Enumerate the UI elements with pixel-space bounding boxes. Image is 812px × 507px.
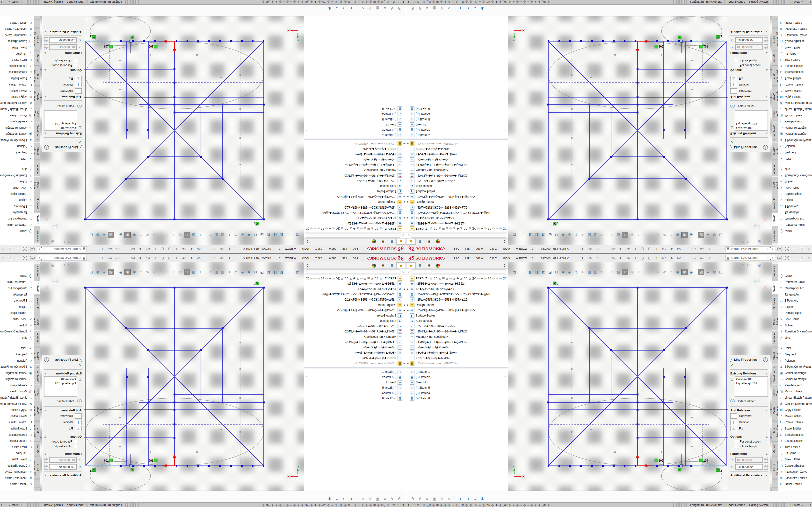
status-custom-dropdown[interactable]: Custom ▲ (788, 503, 806, 507)
spinner-down[interactable]: ▼ (764, 38, 768, 40)
sketch-tree-item[interactable]: ⌐ (-) Sketch1 (406, 132, 508, 138)
menu-item[interactable]: View (473, 255, 486, 261)
menu-item[interactable]: View (473, 246, 486, 252)
sketch-tree-item[interactable]: ⌐ (-) Sketch4 (304, 111, 406, 117)
command-tab[interactable]: Mesh Modeling (34, 400, 40, 421)
tree-item[interactable]: ▶ ↻ ○Ʌ♟◎✚25◦ɔ○◦○ɔ◦52✚◎♟Ʌ○ (304, 286, 406, 292)
status-custom-dropdown[interactable]: Custom ▲ (6, 0, 24, 4)
pin-menu-icon[interactable]: ✶ (531, 256, 534, 260)
tree-item[interactable]: ▱ ○∙◎✚○✳◉ǀ○◦○ǀ◉✳○✚◎∙○ (406, 157, 508, 162)
bottom-toolbar-icon[interactable]: ◑ (464, 496, 471, 502)
sketch-tree-item[interactable]: ⌐ (-) Sketch1 (406, 369, 508, 375)
panel-help-icon[interactable]: ? (44, 357, 49, 362)
section-additional-parameters[interactable]: Additional Parameters ∨ (42, 472, 84, 478)
panel-help-icon[interactable]: ? (44, 145, 49, 150)
command-tab[interactable]: ⋮ (34, 479, 40, 487)
command-tab[interactable]: Weldments (772, 123, 778, 142)
expand-arrow-icon[interactable]: ▶ (406, 143, 410, 145)
command-tab[interactable]: Weldments (772, 365, 778, 384)
panel-help-icon[interactable]: ? (763, 145, 768, 150)
bottom-toolbar-icon[interactable]: ✱ (326, 5, 333, 11)
parameter-input[interactable]: 10.88152731 (49, 45, 77, 50)
relations-listbox[interactable]: Collinear108Equal length109 (44, 110, 77, 131)
bottom-toolbar-icon[interactable]: ≡ (424, 496, 431, 502)
command-tab[interactable]: Data Migration (34, 66, 40, 86)
tool-item[interactable]: ✂ Trim Entities (0, 444, 34, 450)
tool-item[interactable]: ◡ 3 Point Arc (778, 203, 812, 210)
bottom-toolbar-icon[interactable]: ▽ (367, 5, 374, 11)
add-relation-button[interactable]: | Vertical (42, 419, 84, 426)
status-units-icon[interactable]: ❏ (806, 503, 812, 507)
relation-entry[interactable]: Equal length109 (736, 382, 766, 386)
tool-item[interactable]: ∟ Stretch Entities (778, 69, 812, 75)
add-relation-button[interactable]: ⚓ Fix (728, 426, 770, 432)
tool-item[interactable]: ◠ Centerpoint Arc (778, 285, 812, 291)
tool-item[interactable]: ◟ Fit Spline (778, 450, 812, 457)
expand-arrow-icon[interactable]: ▶ (406, 304, 410, 306)
bottom-toolbar-icon[interactable]: ✱ (479, 5, 486, 11)
tool-item[interactable]: ◈ 3 Point Center Recta... (0, 137, 34, 144)
tool-item[interactable]: ∟ Stretch Entities (778, 432, 812, 438)
tab-propertymanager[interactable]: ⊞ (388, 263, 396, 268)
tree-item[interactable]: ▶ A ○25ИN◎◦✚A✚◎ИNA○◦○AИN◎✚A✚◦◎ИN25○ (406, 194, 508, 200)
spinner-up[interactable]: ▲ (764, 40, 768, 43)
bottom-toolbar-icon[interactable]: ◐ (457, 5, 464, 11)
tool-item[interactable]: ↥ Extend Entities (778, 63, 812, 69)
tool-item[interactable]: ⊞ Copy Entities (778, 407, 812, 413)
command-tab[interactable]: Mold Tools (34, 107, 40, 123)
menu-item[interactable]: Edit (339, 255, 350, 261)
tool-item[interactable]: ▱ Parallelogram (0, 119, 34, 125)
tree-item[interactable]: ▱ ○✚ɔ6◦♟○✳◉ǀ○◦○ǀ◉✳○♟◦6ɔ✚○ (304, 350, 406, 355)
bottom-toolbar-icon[interactable]: ◐ (348, 496, 355, 502)
tree-item[interactable]: ◪ Solid Bodies (304, 183, 406, 189)
menu-item[interactable]: Insert (312, 246, 326, 252)
section-additional-parameters[interactable]: Additional Parameters ∨ (728, 29, 770, 35)
section-existing-relations[interactable]: Existing Relations ∧ (728, 131, 770, 136)
tree-item[interactable]: ▶ ↻ ○Ʌ♟◎✚25◦ɔ○◦○ɔ◦52✚◎♟Ʌ○ (406, 286, 508, 292)
tool-item[interactable]: ⊏ Offset Entities (0, 481, 34, 488)
add-relation-button[interactable]: | Vertical (42, 81, 84, 88)
tool-item[interactable]: ↗ Move Entities (778, 88, 812, 94)
tree-item[interactable]: ▶ A ○25ИN◎◦✚A✚◎ИNA○◦○AИN◎✚A✚◦◎ИN25○ (406, 307, 508, 313)
sketch-tree-item[interactable]: ⌐ (-) Sketch5 (304, 385, 406, 390)
parameter-input[interactable]: 10.88152731 (49, 457, 77, 463)
tab-propertymanager[interactable]: ⊞ (388, 239, 396, 244)
spinner-up[interactable]: ▲ (44, 40, 48, 43)
help-icon[interactable]: ? (21, 256, 29, 260)
tree-item[interactable]: ◧ Surface Bodies (406, 189, 508, 194)
bottom-toolbar-icon[interactable]: ✎ (409, 496, 416, 502)
minimize-button[interactable]: — (791, 256, 798, 260)
section-add-relations[interactable]: Add Relations ∧ (728, 94, 770, 100)
menu-item[interactable]: Edit (462, 246, 473, 252)
checkbox[interactable] (74, 440, 77, 443)
bottom-toolbar-icon[interactable]: ▦ (431, 496, 438, 502)
tool-item[interactable]: ▢ Convert Entities (778, 38, 812, 45)
pin-menu-icon[interactable]: ✶ (531, 247, 534, 251)
close-button[interactable]: ✕ (805, 247, 812, 251)
tool-item[interactable]: ∷ Segment (778, 351, 812, 357)
panel-flyout-arrow-icon[interactable]: ❯ (503, 264, 508, 267)
tool-item[interactable]: ≈ Intersection Curve (0, 32, 34, 38)
tree-item[interactable]: ▱ ○✚ИN◎♟∔○✳◉ǀ○◦○ǀ◉✳○∔♟◎ИN✚○ (406, 162, 508, 168)
minimize-button[interactable]: — (791, 247, 798, 251)
tool-item[interactable]: ◯ Circle (0, 273, 34, 279)
filter-input[interactable] (412, 270, 506, 274)
spinner-up[interactable]: ▲ (44, 464, 48, 467)
tree-item[interactable]: ▶ ▆ ○253ЄИNʌ∩∔○◦○∔∩ʌИN3Є52○ (406, 141, 508, 146)
section-parameters[interactable]: Parameters ∧ (42, 451, 84, 456)
tool-item[interactable]: ≋ Silhouette Entities (0, 26, 34, 32)
tool-item[interactable]: ▪ Point (778, 156, 812, 162)
menu-item[interactable]: Insert (486, 246, 500, 252)
tool-item[interactable]: ▱ Parallelogram (778, 119, 812, 125)
relation-entry[interactable]: Collinear108 (736, 125, 766, 130)
tree-item[interactable]: ◪ Solid Bodies (304, 318, 406, 324)
command-tab[interactable]: Markup (772, 441, 778, 456)
tool-item[interactable]: ╱ Line (778, 335, 812, 341)
tab-configurationmanager[interactable]: ⊕ (378, 239, 388, 244)
expand-arrow-icon[interactable]: ▶ (402, 196, 406, 198)
tree-item[interactable]: ▱ ○✚ɔ6◦♟○✳◉ǀ○◦○ǀ◉✳○♟◦6ɔ✚○ (406, 350, 508, 355)
status-units-icon[interactable]: ❏ (0, 503, 6, 507)
tool-item[interactable]: ╱ Line (0, 166, 34, 172)
chevron-down-icon[interactable]: ∨ (766, 474, 768, 477)
bottom-toolbar-icon[interactable]: ✱ (479, 496, 486, 502)
